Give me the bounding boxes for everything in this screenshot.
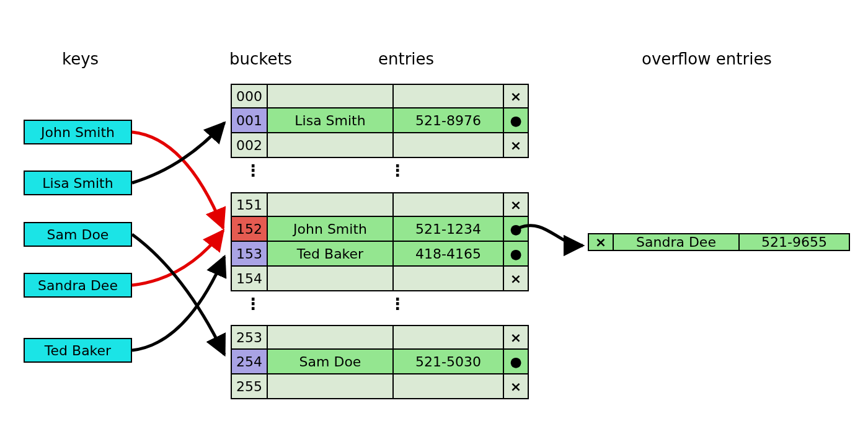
diagram-stage: keys buckets entries overflow entries Jo… (0, 0, 868, 434)
entry-name: Ted Baker (267, 241, 394, 267)
entry-ptr: × (503, 325, 529, 350)
vdots-1a: ⋮ (245, 161, 261, 180)
bucket-index: 000 (231, 84, 268, 108)
entry-phone: 521-5030 (392, 348, 504, 374)
overflow-entry: × Sandra Dee 521-9655 (588, 233, 850, 251)
entry-phone (392, 373, 504, 399)
entry-ptr: × (503, 132, 529, 158)
entry-phone (392, 265, 504, 291)
heading-keys: keys (62, 50, 99, 68)
entry-name (267, 373, 394, 399)
bucket-index: 253 (231, 325, 268, 350)
entry-name (267, 84, 394, 108)
entry-name (267, 325, 394, 350)
bucket-index: 153 (231, 241, 268, 267)
bucket-row-151: 151 × (231, 192, 529, 217)
bucket-row-153: 153 Ted Baker 418-4165 ● (231, 242, 529, 267)
vdots-2b: ⋮ (389, 294, 405, 313)
entry-phone (392, 325, 504, 350)
bucket-group-1: 000 × 001 Lisa Smith 521-8976 ● 002 × (231, 84, 529, 158)
key-ted-baker: Ted Baker (24, 338, 132, 363)
overflow-ptr: × (588, 233, 614, 251)
vdots-1b: ⋮ (389, 161, 405, 180)
arrow-lisa-to-001 (132, 123, 224, 183)
key-sam-doe: Sam Doe (24, 222, 132, 247)
entry-name: Sam Doe (267, 348, 394, 374)
arrow-sam-to-254 (132, 234, 224, 355)
overflow-name: Sandra Dee (613, 233, 740, 251)
bucket-row-253: 253 × (231, 325, 529, 350)
bucket-index: 151 (231, 192, 268, 217)
entry-phone: 521-1234 (392, 216, 504, 242)
heading-entries: entries (378, 50, 434, 68)
key-lisa-smith: Lisa Smith (24, 170, 132, 195)
entry-name: Lisa Smith (267, 107, 394, 133)
bucket-group-3: 253 × 254 Sam Doe 521-5030 ● 255 × (231, 325, 529, 399)
vdots-2a: ⋮ (245, 294, 261, 313)
entry-phone (392, 192, 504, 217)
entry-phone (392, 84, 504, 108)
entry-phone (392, 132, 504, 158)
bucket-row-254: 254 Sam Doe 521-5030 ● (231, 350, 529, 374)
bucket-index: 001 (231, 107, 268, 133)
entry-ptr: × (503, 373, 529, 399)
arrow-john-to-152 (132, 132, 223, 228)
bucket-index: 154 (231, 265, 268, 291)
bucket-row-154: 154 × (231, 267, 529, 291)
entry-ptr: ● (503, 241, 529, 267)
entry-phone: 521-8976 (392, 107, 504, 133)
entry-phone: 418-4165 (392, 241, 504, 267)
entry-ptr: × (503, 84, 529, 108)
bucket-index: 255 (231, 373, 268, 399)
bucket-row-001: 001 Lisa Smith 521-8976 ● (231, 108, 529, 133)
entry-ptr: × (503, 192, 529, 217)
bucket-row-255: 255 × (231, 374, 529, 399)
overflow-phone: 521-9655 (738, 233, 850, 251)
bucket-index: 152 (231, 216, 268, 242)
entry-name (267, 265, 394, 291)
heading-buckets: buckets (229, 50, 292, 68)
bucket-index: 254 (231, 348, 268, 374)
key-sandra-dee: Sandra Dee (24, 273, 132, 298)
entry-ptr: × (503, 265, 529, 291)
bucket-row-000: 000 × (231, 84, 529, 108)
entry-ptr: ● (503, 216, 529, 242)
bucket-index: 002 (231, 132, 268, 158)
bucket-row-002: 002 × (231, 133, 529, 158)
heading-overflow: overflow entries (642, 50, 772, 68)
bucket-row-152: 152 John Smith 521-1234 ● (231, 217, 529, 242)
entry-name (267, 192, 394, 217)
entry-name (267, 132, 394, 158)
entry-name: John Smith (267, 216, 394, 242)
bucket-group-2: 151 × 152 John Smith 521-1234 ● 153 Ted … (231, 192, 529, 291)
key-john-smith: John Smith (24, 120, 132, 144)
entry-ptr: ● (503, 107, 529, 133)
arrow-ted-to-153 (132, 257, 224, 350)
entry-ptr: ● (503, 348, 529, 374)
arrow-sandra-to-152 (132, 231, 223, 285)
